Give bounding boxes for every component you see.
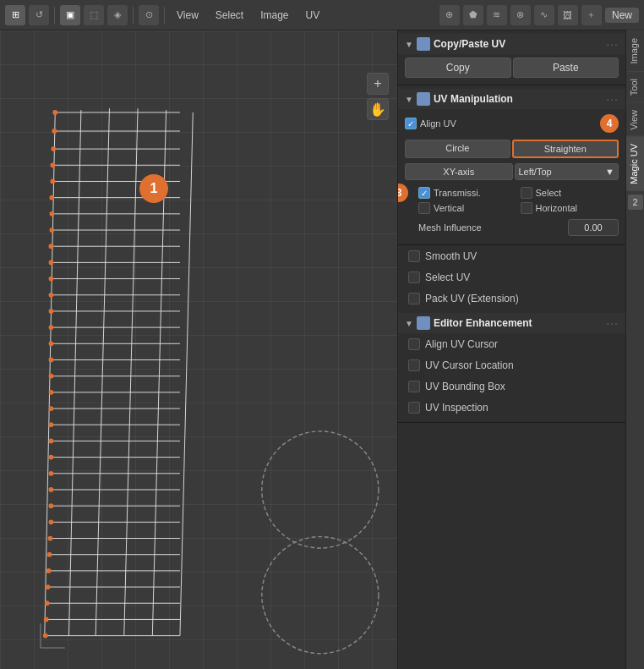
transmission-label: Transmissi. (434, 188, 517, 198)
side-tab-num-2[interactable]: 2 (628, 195, 643, 210)
circle-button[interactable]: Circle (405, 140, 510, 158)
uv-manipulation-section: ▼ UV Manipulation ··· ✓ Align UV 4 (398, 85, 625, 245)
header-icon-3[interactable]: ≋ (487, 5, 507, 25)
align-uv-label: Align UV (420, 118, 597, 129)
pack-uv-checkbox[interactable] (408, 293, 420, 304)
viewport: 1 + ✋ (0, 30, 397, 669)
copy-button[interactable]: Copy (405, 58, 511, 78)
svg-point-70 (44, 617, 49, 622)
svg-point-52 (49, 325, 54, 330)
badge-3: 3 (398, 184, 408, 202)
svg-point-66 (47, 552, 52, 557)
pack-uv-label: Pack UV (Extension) (425, 293, 615, 304)
header-icon-6[interactable]: 🖼 (558, 5, 578, 25)
side-tab-view[interactable]: View (626, 102, 644, 137)
uv-icon[interactable]: ⬚ (84, 5, 104, 25)
menu-uv[interactable]: UV (299, 9, 327, 21)
overlay-icon[interactable]: ⊙ (139, 5, 159, 25)
uv-bounding-box-label: UV Bounding Box (425, 381, 615, 392)
collapse-icon: ▼ (405, 40, 413, 49)
uv-cursor-location-checkbox[interactable] (408, 359, 420, 371)
select-label: Select (536, 188, 619, 198)
dropdown-arrow: ▼ (605, 167, 614, 177)
svg-line-5 (180, 112, 193, 636)
uv-bounding-box-checkbox[interactable] (408, 381, 420, 392)
transmission-check-mark: ✓ (421, 189, 428, 198)
mesh-influence-value[interactable]: 0.00 (568, 219, 619, 236)
svg-point-47 (49, 244, 54, 249)
copy-paste-section: ▼ Copy/Paste UV ··· Copy Paste (398, 30, 625, 85)
vert-horiz-row: Vertical Horizontal (405, 200, 619, 216)
rotate-icon[interactable]: ↺ (29, 5, 49, 25)
uv-manip-dots: ··· (606, 92, 619, 106)
new-button[interactable]: New (605, 8, 639, 23)
straighten-button[interactable]: Straighten (512, 140, 619, 158)
header-icon-5[interactable]: ∿ (534, 5, 554, 25)
panel-scroll-area[interactable]: ▼ Copy/Paste UV ··· Copy Paste ▼ UV Mani… (398, 30, 625, 669)
align-uv-cursor-checkbox[interactable] (408, 338, 420, 350)
zoom-in-button[interactable]: + (367, 73, 389, 95)
xyaxis-row: XY-axis Left/Top ▼ (405, 162, 619, 182)
svg-point-64 (49, 519, 54, 524)
svg-point-56 (49, 390, 54, 395)
editor-enhancement-section: ▼ Editor Enhancement ··· Align UV Cursor… (398, 310, 625, 423)
svg-point-61 (49, 471, 54, 476)
svg-point-41 (51, 146, 56, 151)
horizontal-checkbox[interactable] (521, 202, 532, 214)
material-icon[interactable]: ◈ (107, 5, 128, 25)
xyaxis-button[interactable]: XY-axis (405, 163, 513, 180)
vertical-checkbox[interactable] (418, 202, 430, 214)
lefttop-dropdown[interactable]: Left/Top ▼ (515, 163, 619, 180)
select-uv-item[interactable]: Select UV (401, 267, 622, 288)
badge-1: 1 (139, 174, 168, 203)
ee-collapse-icon: ▼ (405, 319, 413, 328)
select-checkbox[interactable] (521, 187, 532, 199)
zoom-pan-button[interactable]: ✋ (367, 98, 389, 120)
menu-select[interactable]: Select (209, 9, 250, 21)
svg-point-45 (50, 211, 55, 217)
transmission-checkbox[interactable]: ✓ (418, 187, 430, 199)
header-icon-4[interactable]: ⊗ (510, 5, 531, 25)
side-tab-magic-uv[interactable]: Magic UV (626, 136, 644, 191)
uv-bounding-box-item[interactable]: UV Bounding Box (401, 376, 622, 397)
vertical-label: Vertical (434, 203, 517, 213)
align-uv-checkbox[interactable]: ✓ (405, 118, 417, 129)
paste-button[interactable]: Paste (513, 58, 619, 78)
menu-image[interactable]: Image (254, 9, 295, 21)
editor-enhancement-header[interactable]: ▼ Editor Enhancement ··· (398, 313, 625, 333)
uv-mesh-svg (0, 30, 397, 669)
svg-point-59 (49, 439, 54, 444)
select-uv-checkbox[interactable] (408, 271, 420, 283)
add-icon[interactable]: ＋ (581, 5, 602, 25)
editor-enhancement-title: Editor Enhancement (434, 317, 603, 329)
smooth-uv-checkbox[interactable] (408, 250, 420, 262)
side-tabs: Image Tool View Magic UV 2 (625, 30, 644, 669)
top-toolbar: ⊞ ↺ ▣ ⬚ ◈ ⊙ View Select Image UV ⊕ ⬟ ≋ ⊗… (0, 0, 644, 30)
pack-uv-item[interactable]: Pack UV (Extension) (401, 288, 622, 309)
side-tab-tool[interactable]: Tool (626, 71, 644, 102)
copy-paste-header[interactable]: ▼ Copy/Paste UV ··· (398, 34, 625, 54)
svg-point-42 (50, 162, 55, 167)
svg-point-54 (49, 358, 54, 363)
align-uv-cursor-item[interactable]: Align UV Cursor (401, 334, 622, 354)
copy-paste-title: Copy/Paste UV (434, 38, 603, 50)
svg-line-1 (69, 110, 81, 636)
svg-point-69 (45, 600, 50, 606)
menu-view[interactable]: View (170, 9, 205, 21)
smooth-uv-item[interactable]: Smooth UV (401, 246, 622, 266)
ee-panel-icon (417, 316, 430, 330)
header-icon-1[interactable]: ⊕ (439, 5, 460, 25)
align-uv-check-mark: ✓ (407, 119, 414, 129)
svg-point-60 (49, 455, 54, 460)
side-tab-image[interactable]: Image (626, 30, 644, 71)
svg-point-40 (52, 129, 57, 134)
uv-cursor-location-item[interactable]: UV Cursor Location (401, 355, 622, 376)
uv-inspection-checkbox[interactable] (408, 402, 420, 414)
workspace-icon[interactable]: ⊞ (5, 5, 25, 25)
uv-inspection-item[interactable]: UV Inspection (401, 398, 622, 418)
view-mode-icon[interactable]: ▣ (60, 5, 80, 25)
header-icon-2[interactable]: ⬟ (463, 5, 483, 25)
svg-point-58 (49, 422, 54, 427)
uv-manipulation-header[interactable]: ▼ UV Manipulation ··· (398, 89, 625, 109)
svg-point-65 (48, 536, 53, 541)
